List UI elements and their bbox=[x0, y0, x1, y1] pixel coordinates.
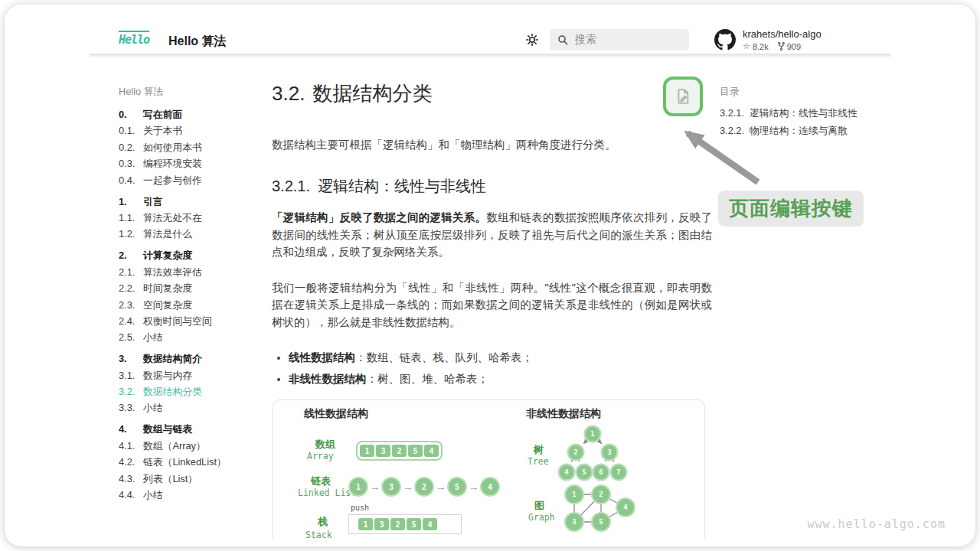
sidebar-title: Hello 算法 bbox=[119, 86, 260, 99]
linked-list-label-en: Linked List bbox=[298, 487, 356, 498]
search-icon bbox=[557, 34, 568, 45]
nav-item-label: 算法无处不在 bbox=[143, 213, 202, 223]
array-cell: 3 bbox=[376, 445, 390, 457]
stack-label-en: Stack bbox=[305, 530, 332, 539]
header-divider bbox=[90, 54, 890, 58]
sidebar-item[interactable]: 0.写在前面 bbox=[119, 109, 260, 120]
node-value: 3 bbox=[572, 518, 576, 526]
sidebar-item[interactable]: 3.1.数据与内存 bbox=[119, 370, 260, 381]
page-title-text: 数据结构分类 bbox=[312, 82, 432, 105]
nav-item-label: 如何使用本书 bbox=[143, 142, 202, 153]
nav-item-label: 引言 bbox=[143, 197, 163, 207]
node-value: 5 bbox=[582, 468, 586, 476]
sidebar-item[interactable]: 4.1.数组（Array） bbox=[119, 441, 260, 452]
sidebar-item[interactable]: 2.4.权衡时间与空间 bbox=[119, 316, 260, 327]
node-value: 2 bbox=[599, 491, 603, 498]
array-cell: 1 bbox=[360, 445, 374, 457]
linked-list-node: 5 bbox=[447, 477, 467, 497]
annotation-label: 页面编辑按键 bbox=[718, 191, 864, 227]
sidebar-item[interactable]: 0.4.一起参与创作 bbox=[119, 175, 260, 186]
github-repo-link[interactable]: krahets/hello-algo ☆ 8.2k 909 bbox=[714, 28, 822, 51]
nav-item-number: 0.4. bbox=[119, 175, 143, 186]
sidebar-item[interactable]: 4.4.小结 bbox=[119, 490, 260, 500]
linked-list-node: 1 bbox=[348, 477, 368, 497]
annotation-arrow bbox=[658, 115, 769, 191]
stack-cell: 2 bbox=[390, 518, 405, 530]
hello-algo-logo[interactable]: Hello bbox=[119, 31, 149, 47]
stack-pop-arrow-icon: ← bbox=[351, 535, 360, 539]
graph-nodes: 12345 bbox=[565, 485, 635, 531]
nav-item-label: 时间复杂度 bbox=[143, 283, 192, 294]
sidebar-item[interactable]: 4.数组与链表 bbox=[119, 424, 260, 435]
stack-cell: 5 bbox=[407, 518, 421, 530]
nav-item-number: 1.2. bbox=[119, 229, 143, 240]
nav-item-label: 小结 bbox=[143, 490, 163, 500]
nav-item-label: 小结 bbox=[143, 403, 163, 413]
edit-page-icon bbox=[675, 88, 691, 105]
paragraph-logic: 「逻辑结构」反映了数据之间的逻辑关系。数组和链表的数据按照顺序依次排列，反映了数… bbox=[272, 209, 712, 261]
linked-list-label-zh: 链表 bbox=[311, 474, 331, 488]
stack-cell: 1 bbox=[358, 518, 373, 530]
nav-item-number: 2.4. bbox=[119, 316, 143, 327]
sidebar-item[interactable]: 4.3.列表（List） bbox=[119, 474, 260, 484]
linked-list-arrow-icon: → bbox=[469, 482, 479, 492]
fork-icon bbox=[778, 42, 785, 51]
site-title[interactable]: Hello 算法 bbox=[168, 34, 227, 50]
sidebar-item[interactable]: 2.计算复杂度 bbox=[119, 250, 260, 261]
node-value: 1 bbox=[572, 491, 576, 498]
theme-toggle-button[interactable] bbox=[525, 33, 539, 47]
node-value: 6 bbox=[599, 468, 603, 476]
node-value: 7 bbox=[616, 468, 620, 476]
stack-cell: 4 bbox=[423, 518, 437, 530]
sidebar-item[interactable]: 0.2.如何使用本书 bbox=[119, 142, 260, 153]
figure-nonlinear-title: 非线性数据结构 bbox=[526, 407, 601, 421]
sidebar-item[interactable]: 1.2.算法是什么 bbox=[119, 229, 260, 240]
nav-item-label: 一起参与创作 bbox=[143, 175, 202, 186]
nav-item-number: 0.3. bbox=[119, 158, 143, 169]
linked-list-arrow-icon: → bbox=[370, 482, 380, 492]
graph-label-zh: 图 bbox=[534, 499, 544, 513]
array-cell: 2 bbox=[392, 445, 407, 457]
sidebar-item[interactable]: 1.引言 bbox=[119, 197, 260, 207]
sidebar-item[interactable]: 2.2.时间复杂度 bbox=[119, 283, 260, 294]
sidebar-item[interactable]: 2.1.算法效率评估 bbox=[119, 267, 260, 278]
nav-item-label: 空间复杂度 bbox=[143, 300, 192, 311]
section-title-text: 逻辑结构：线性与非线性 bbox=[318, 178, 486, 194]
star-count: 8.2k bbox=[753, 42, 769, 51]
nav-item-label: 编程环境安装 bbox=[143, 158, 202, 169]
nav-item-number: 0.2. bbox=[119, 142, 143, 153]
sidebar-item[interactable]: 4.2.链表（LinkedList） bbox=[119, 457, 260, 468]
sidebar-item[interactable]: 0.3.编程环境安装 bbox=[119, 158, 260, 169]
search-input[interactable]: 搜索 bbox=[550, 29, 689, 51]
structure-bullet-list: 线性数据结构：数组、链表、栈、队列、哈希表；非线性数据结构：树、图、堆、哈希表； bbox=[272, 349, 712, 387]
sidebar-item[interactable]: 2.3.空间复杂度 bbox=[119, 300, 260, 311]
sidebar-nav: Hello 算法 0.写在前面0.1.关于本书0.2.如何使用本书0.3.编程环… bbox=[119, 86, 260, 500]
nav-item-label: 权衡时间与空间 bbox=[143, 316, 212, 327]
nav-item-label: 数组（Array） bbox=[143, 441, 206, 452]
sidebar-item[interactable]: 3.3.小结 bbox=[119, 403, 260, 413]
data-structure-figure: 线性数据结构 非线性数据结构 数组 Array 13254 链表 Linked … bbox=[272, 399, 705, 539]
page-edit-button[interactable] bbox=[663, 77, 703, 116]
sidebar-item[interactable]: 1.1.算法无处不在 bbox=[119, 213, 260, 223]
bullet-rest: ：数组、链表、栈、队列、哈希表； bbox=[355, 351, 533, 364]
sidebar-item[interactable]: 0.1.关于本书 bbox=[119, 126, 260, 136]
node-value: 1 bbox=[590, 430, 594, 438]
nav-item-label: 关于本书 bbox=[143, 126, 182, 136]
linked-list-node: 3 bbox=[381, 477, 401, 497]
nav-item-number: 2.2. bbox=[119, 283, 143, 294]
nav-item-number: 4.1. bbox=[119, 441, 143, 452]
star-icon: ☆ bbox=[743, 41, 750, 51]
sun-icon bbox=[525, 33, 539, 47]
nav-item-label: 写在前面 bbox=[143, 109, 182, 120]
node-value: 3 bbox=[607, 448, 611, 456]
graph-figure: 12345 bbox=[560, 484, 637, 539]
sidebar-item[interactable]: 3.数据结构简介 bbox=[119, 354, 260, 364]
bullet-item: 线性数据结构：数组、链表、栈、队列、哈希表； bbox=[289, 349, 712, 366]
sidebar-item[interactable]: 2.5.小结 bbox=[119, 332, 260, 343]
array-label-zh: 数组 bbox=[315, 438, 335, 452]
intro-paragraph: 数据结构主要可根据「逻辑结构」和「物理结构」两种角度进行分类。 bbox=[272, 136, 712, 153]
sidebar-item[interactable]: 3.2.数据结构分类 bbox=[119, 386, 260, 397]
nav-item-number: 4.3. bbox=[119, 474, 143, 484]
nav-item-number: 3. bbox=[119, 354, 143, 364]
nav-item-label: 算法效率评估 bbox=[143, 267, 202, 278]
